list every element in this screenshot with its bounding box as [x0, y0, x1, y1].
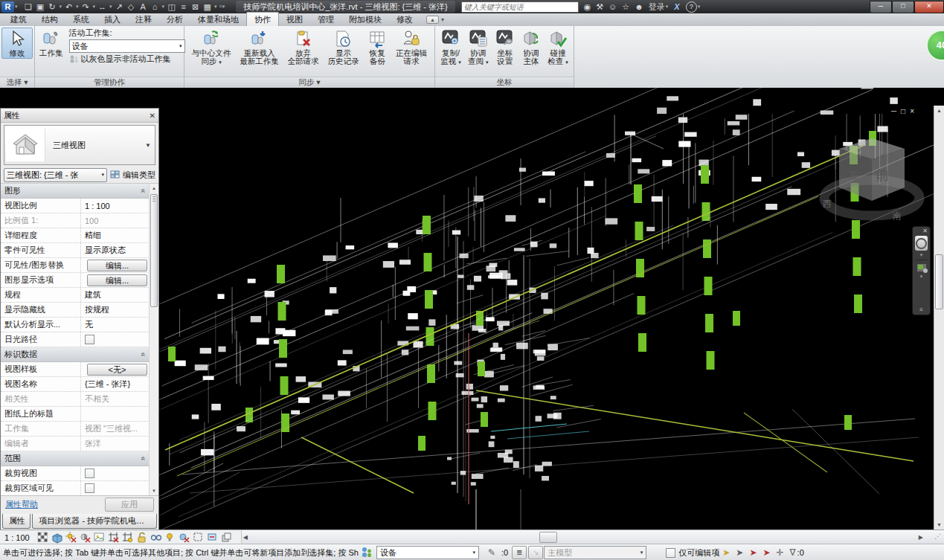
property-row[interactable]: 显示隐藏线按规程 — [1, 303, 150, 318]
relinquish-all-button[interactable]: 放弃全部请求 — [285, 28, 322, 67]
project-browser-tab[interactable]: 项目浏览器 - 技师学院机电培训... — [32, 514, 157, 529]
property-checkbox[interactable] — [85, 469, 94, 478]
workset-status-dropdown[interactable]: 设备 ▾ — [376, 546, 479, 559]
navbar-wheel-caret-icon[interactable]: ▾ — [920, 252, 923, 258]
property-row[interactable]: 可见性/图形替换编辑... — [1, 258, 150, 273]
sync-caret-icon[interactable]: ▾ — [60, 4, 62, 10]
vertical-scrollbar[interactable]: ▲ ▼ — [934, 106, 944, 530]
interference-check-button[interactable]: 碰撞检查 ▾ — [545, 28, 571, 68]
undo-icon[interactable]: ↶ — [63, 1, 74, 13]
show-history-button[interactable]: 显示历史记录 — [324, 28, 362, 67]
show-crop-region-icon[interactable] — [123, 532, 132, 542]
sun-path-icon[interactable] — [65, 532, 76, 542]
type-selector[interactable]: 三维视图 ▼ — [4, 125, 155, 165]
editing-requests-icon[interactable]: ✎ — [488, 547, 495, 558]
signin-caret-icon[interactable]: ▾ — [666, 4, 669, 10]
edit-type-button[interactable]: 编辑类型 — [110, 170, 155, 181]
highlight-displaced-icon[interactable] — [194, 533, 202, 541]
hscroll-thumb[interactable] — [539, 532, 557, 543]
panel-label-synchronize[interactable]: 同步 ▾ — [184, 77, 434, 88]
reveal-hidden-elements-icon[interactable] — [167, 534, 172, 541]
shadows-icon[interactable] — [81, 534, 90, 542]
properties-tab[interactable]: 属性 — [2, 514, 30, 529]
reload-latest-button[interactable]: 重新载入最新工作集 — [237, 28, 282, 67]
drag-elements-cursor-icon[interactable]: ✛ — [777, 547, 784, 558]
navbar-zoom-caret-icon[interactable]: ▾ — [920, 274, 923, 280]
hscroll-left-icon[interactable]: ◀ — [243, 534, 248, 541]
steering-wheel-icon[interactable] — [915, 236, 928, 251]
ribbon-tab-12[interactable]: 修改 — [389, 13, 420, 26]
help-icon[interactable]: ? — [686, 1, 697, 13]
properties-help-link[interactable]: 属性帮助 — [5, 499, 38, 510]
select-underlay-cursor-icon[interactable]: ➤ — [736, 547, 743, 558]
ribbon-collapse-caret-icon[interactable]: ▾ — [441, 16, 444, 23]
property-row[interactable]: 规程建筑 — [1, 288, 150, 303]
worksets-button[interactable]: 工作集 — [36, 28, 66, 59]
property-value-button[interactable]: 编辑... — [87, 274, 147, 286]
ribbon-tab-6[interactable]: 分析 — [159, 13, 190, 26]
ribbon-tab-5[interactable]: 注释 — [128, 13, 159, 26]
crop-view-icon[interactable] — [109, 532, 118, 542]
view-minimize-button[interactable]: ─ — [891, 107, 901, 115]
measure-caret-icon[interactable]: ▾ — [109, 4, 112, 10]
select-pinned-cursor-icon[interactable]: ➤ — [749, 547, 757, 558]
sync-icon[interactable]: ↻ — [47, 1, 58, 13]
property-section-header[interactable]: 标识数据« — [1, 347, 150, 362]
editing-requests-button[interactable]: 正在编辑请求 — [393, 28, 430, 67]
apply-button[interactable]: 应用 — [105, 498, 154, 512]
switch-windows-caret-icon[interactable]: ▾ — [214, 4, 217, 10]
ribbon-tab-4[interactable]: 插入 — [97, 13, 128, 26]
ribbon-tab-3[interactable]: 系统 — [65, 13, 97, 26]
modify-button[interactable]: 修改 — [1, 28, 33, 59]
horizontal-scrollbar[interactable]: ◀ ▶ ⋰ — [241, 530, 944, 544]
unlocked-view-icon[interactable] — [138, 532, 145, 542]
section-icon[interactable]: ◫ — [166, 1, 177, 13]
default-3d-view-icon[interactable]: ⌂ — [150, 1, 161, 13]
worksharing-display-button[interactable]: ≣ — [512, 546, 527, 559]
property-checkbox[interactable] — [85, 335, 94, 344]
properties-close-icon[interactable]: ✕ — [150, 112, 155, 120]
view3d-caret-icon[interactable]: ▾ — [162, 4, 165, 10]
property-row[interactable]: 视图名称{三维 - 张洋} — [1, 377, 150, 392]
app-menu-caret-icon[interactable]: ▾ — [15, 4, 18, 10]
grid-scroll-up-icon[interactable]: ▲ — [150, 184, 158, 193]
window-minimize-button[interactable]: ─ — [870, 1, 892, 13]
open-icon[interactable]: ❏ — [23, 1, 34, 13]
property-row[interactable]: 相关性不相关 — [1, 392, 150, 407]
active-workset-dropdown[interactable]: 设备 ▾ — [69, 39, 185, 53]
switch-windows-icon[interactable]: ▦ — [202, 1, 213, 13]
select-editable-cursor-icon[interactable]: ➤ — [722, 547, 730, 558]
communication-icon[interactable]: ☺ — [609, 2, 617, 11]
property-row[interactable]: 详细程度精细 — [1, 228, 150, 243]
navbar-close-icon[interactable]: ✕ — [922, 228, 928, 234]
vscroll-up-icon[interactable]: ▲ — [934, 106, 944, 115]
property-row[interactable]: 日光路径 — [1, 332, 150, 347]
ribbon-collapse-button[interactable]: ▲ — [426, 16, 439, 24]
resize-grip-icon[interactable]: ⋰ — [934, 532, 941, 540]
editable-only-checkbox[interactable] — [666, 548, 675, 558]
coordinate-settings-button[interactable]: 坐标设置 — [492, 28, 518, 67]
panel-label-coordinate[interactable]: 坐标 — [435, 77, 574, 88]
property-row[interactable]: 视图比例1 : 100 — [1, 199, 150, 213]
ribbon-tab-8[interactable]: 协作 — [246, 12, 279, 26]
save-icon[interactable]: ▣ — [35, 1, 46, 13]
window-restore-button[interactable]: □ — [892, 1, 914, 13]
close-hidden-windows-icon[interactable]: ⊠ — [190, 1, 201, 13]
property-row[interactable]: 工作集视图 "三维视... — [1, 422, 150, 437]
revit-app-button[interactable]: R — [1, 1, 14, 13]
redo-icon[interactable]: ↷ — [80, 1, 91, 13]
detail-level-icon[interactable] — [38, 532, 47, 541]
ribbon-tab-1[interactable]: 建筑 — [3, 13, 34, 26]
coordination-review-button[interactable]: 协调查阅 ▾ — [465, 28, 491, 68]
ribbon-tab-10[interactable]: 管理 — [310, 13, 341, 26]
vscroll-down-icon[interactable]: ▼ — [934, 520, 944, 530]
instance-selector-dropdown[interactable]: 三维视图: {三维 - 张 ▾ — [4, 168, 107, 182]
property-row[interactable]: 编辑者张洋 — [1, 437, 150, 451]
coordination-host-button[interactable]: 协调主体 — [518, 28, 544, 67]
tag-icon[interactable]: ◇ — [126, 1, 137, 13]
view-close-button[interactable]: × — [910, 107, 919, 115]
worksharing-display-icon[interactable] — [180, 534, 189, 542]
property-row[interactable]: 裁剪区域可见 — [1, 481, 150, 495]
temporary-hide-isolate-icon[interactable] — [151, 535, 161, 540]
thin-lines-icon[interactable]: ≡ — [178, 1, 189, 13]
